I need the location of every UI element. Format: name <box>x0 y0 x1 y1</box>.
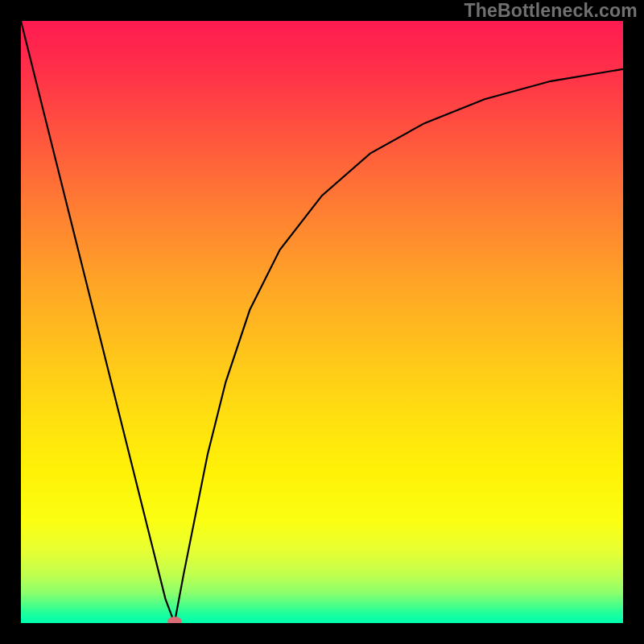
curve-left-branch <box>21 21 175 623</box>
watermark-label: TheBottleneck.com <box>464 0 638 22</box>
minimum-marker <box>167 617 182 626</box>
curve-right-branch <box>175 69 623 623</box>
chart-canvas: TheBottleneck.com <box>0 0 644 644</box>
curve-svg <box>21 21 623 623</box>
